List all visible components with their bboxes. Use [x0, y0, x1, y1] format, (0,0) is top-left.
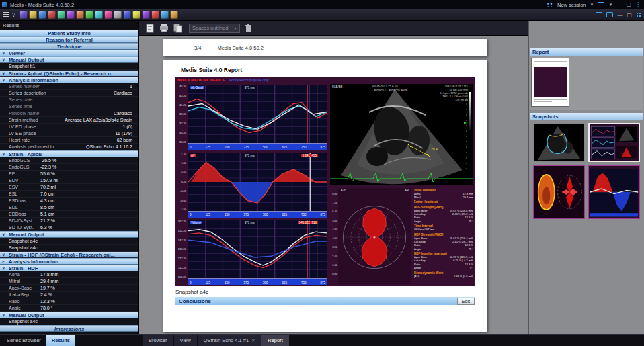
minimize-view-icon[interactable]: — [617, 12, 622, 18]
results-strain-apical[interactable]: ∨Strain - Apical [0, 150, 138, 157]
chevron-down-icon[interactable]: ▼ [608, 3, 612, 7]
snapshot-thumbnail-1[interactable] [533, 123, 585, 162]
chevron-down-icon[interactable]: ∨ [2, 50, 5, 56]
app-icon-2[interactable] [29, 11, 37, 19]
tab-qstrain-echo-4-1-1[interactable]: QStrain Echo 4.1 #1✕ [198, 335, 261, 346]
app-icon-17[interactable] [170, 11, 178, 19]
app-icon-16[interactable] [161, 11, 169, 19]
results-snapshot-a4c[interactable]: Snapshot a4c [0, 318, 138, 325]
app-icon-5[interactable] [57, 11, 65, 19]
result-value: 17.8 mm [40, 272, 138, 277]
hdf-result-row: Angle78 ° [414, 220, 473, 223]
report-page-thumbnail[interactable] [531, 58, 569, 107]
tab-close-icon[interactable]: ✕ [251, 338, 255, 343]
results-impressions[interactable]: Impressions [0, 325, 138, 332]
results-technique[interactable]: Technique [0, 43, 138, 50]
results-viewer[interactable]: ∨Viewer [0, 50, 138, 56]
echo-measurement-label: 29.4 [431, 147, 438, 151]
results-list: Patient Study InfoReason for ReferralTec… [0, 30, 138, 332]
document-scroll-area[interactable]: 3/4 Medis Suite 4.0.50.2 Medis Suite 4.0… [139, 36, 528, 334]
result-value: 55.6 % [40, 171, 138, 176]
results-analysis-performed-in: Analysis performed inQStrain Echo 4.1.16… [0, 144, 138, 150]
results-strain-apical-qstrain-echo-research-o[interactable]: ∨Strain - Apical (QStrain Echo) - Resear… [0, 70, 138, 77]
edit-button[interactable]: Edit [457, 298, 475, 305]
result-value: 4.3 cm [40, 198, 138, 203]
chevron-down-icon[interactable]: ∨ [2, 232, 5, 238]
maximize-view-icon[interactable]: ▢ [627, 12, 632, 18]
results-analysis-information[interactable]: ∨Analysis Information [0, 77, 138, 83]
graph-x-axis: 0125250375500625750875 [188, 212, 327, 218]
results-panel-title: Results [0, 21, 138, 30]
result-value: 21.2 % [40, 218, 138, 223]
maximize-icon[interactable]: ▢ [626, 2, 631, 7]
app-icon-8[interactable] [85, 11, 93, 19]
app-icon-7[interactable] [76, 11, 84, 19]
tab-browser[interactable]: Browser [143, 335, 173, 346]
tab-series-browser[interactable]: Series Browser [1, 335, 46, 346]
report-thumb-area [530, 56, 643, 110]
minimize-icon[interactable]: — [616, 2, 622, 7]
app-toolbar: ? — ▢ [0, 9, 644, 21]
chevron-right-icon[interactable]: > [2, 259, 5, 265]
app-icon-12[interactable] [123, 11, 131, 19]
session-selector[interactable]: New session [557, 2, 586, 8]
results-snapshot-tt1[interactable]: Snapshot tt1 [0, 63, 138, 70]
results-ef: EF55.6 % [0, 171, 138, 177]
results-sd-id-syst: SD-ID-Syst.21.2 % [0, 218, 138, 224]
pages-icon[interactable] [172, 22, 184, 34]
results-strain-hdf-qstrain-echo-research-onl[interactable]: ∨Strain - HDF (QStrain Echo) - Research … [0, 251, 138, 258]
single-view-icon[interactable] [596, 12, 602, 17]
tab-view[interactable]: View [174, 335, 197, 346]
result-value: 7.0 cm [40, 191, 138, 196]
split-view-icon[interactable] [606, 12, 613, 17]
chevron-down-icon[interactable]: ∨ [2, 252, 5, 258]
app-icon-4[interactable] [48, 11, 56, 19]
export-page-icon[interactable] [144, 22, 155, 34]
results-manual-output[interactable]: ∨Manual Output [0, 231, 138, 238]
chevron-down-icon[interactable]: ∨ [2, 77, 5, 83]
strain-graph-2: 1.401.000.600.20-0.20-0.60-1.00012525037… [177, 153, 327, 218]
trash-icon[interactable] [243, 22, 254, 34]
results-analysis-information[interactable]: >Analysis Information [0, 258, 138, 265]
app-icon-10[interactable] [104, 11, 112, 19]
help-icon[interactable]: ? [12, 11, 15, 18]
print-icon[interactable] [158, 22, 169, 34]
results-snapshot-a4c[interactable]: Snapshot a4c [0, 245, 138, 251]
results-strain-hdf[interactable]: ∨Strain - HDF [0, 265, 138, 271]
chevron-down-icon[interactable]: ▼ [590, 3, 594, 7]
chevron-down-icon[interactable]: ∨ [2, 151, 5, 157]
tab-results[interactable]: Results [46, 335, 75, 346]
chevron-down-icon[interactable]: ∨ [2, 57, 5, 63]
strain-graph-1: 45.2043.2041.2039.2037.2035.2033.2001252… [177, 85, 327, 150]
snapshot-thumbnail-4[interactable] [588, 165, 640, 219]
tab-report[interactable]: Report [261, 335, 289, 346]
chevron-down-icon[interactable]: ∨ [2, 312, 5, 318]
app-icon-13[interactable] [132, 11, 140, 19]
app-icon-14[interactable] [142, 11, 150, 19]
echo-info-block: 168 / M / 1.77 / 11554 kg / 160 mm61 bpm… [440, 85, 468, 101]
hamburger-menu-icon[interactable] [3, 12, 9, 17]
spaces-dropdown[interactable]: Spaces outlined ▼ [189, 24, 240, 33]
apps-grid-icon[interactable] [636, 12, 641, 17]
menu-dots-icon[interactable]: ⋮ [635, 2, 641, 7]
chevron-down-icon[interactable]: ∨ [2, 71, 5, 77]
app-icon-3[interactable] [38, 11, 46, 19]
app-icon-15[interactable] [151, 11, 159, 19]
app-icon-11[interactable] [114, 11, 122, 19]
results-manual-output[interactable]: ∨Manual Output [0, 56, 138, 63]
results-reason-for-referral[interactable]: Reason for Referral [0, 36, 138, 43]
report-page-title: Medis Suite 4.0 Report [181, 67, 242, 73]
polar-axis-ticks: 8.007.206.405.604.804.003.202.401.600.80 [330, 192, 337, 275]
chevron-down-icon[interactable]: ∨ [2, 265, 5, 271]
results-patient-study-info[interactable]: Patient Study Info [0, 30, 138, 36]
snapshot-thumbnail-3[interactable] [533, 165, 585, 219]
snapshot-thumbnail-2[interactable] [588, 123, 640, 162]
results-snapshot-a4c[interactable]: Snapshot a4c [0, 238, 138, 245]
results-manual-output[interactable]: ∨Manual Output [0, 312, 138, 318]
app-icon-9[interactable] [95, 11, 103, 19]
layout-screens-icon[interactable] [598, 2, 604, 7]
result-value: 78.0 ° [40, 306, 138, 310]
app-icon-1[interactable] [19, 11, 28, 19]
graph-y-axis: 1.401.000.600.20-0.20-0.60-1.00 [177, 153, 187, 212]
app-icon-6[interactable] [67, 11, 75, 19]
